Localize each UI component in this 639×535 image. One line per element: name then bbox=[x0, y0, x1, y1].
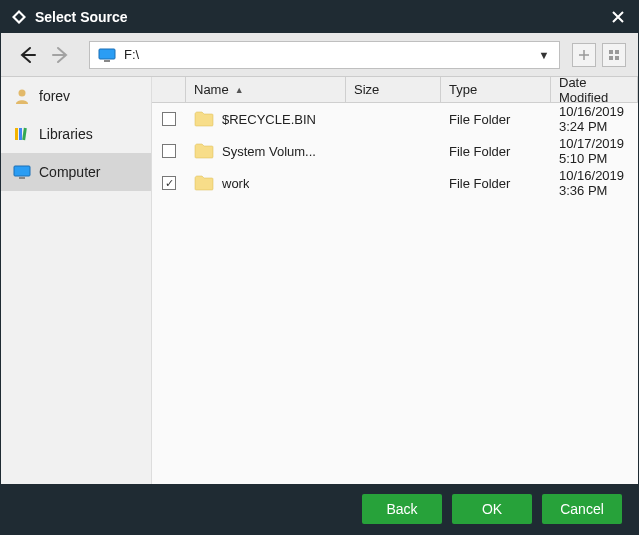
row-type: File Folder bbox=[449, 176, 510, 191]
table-rows: $RECYCLE.BINFile Folder10/16/2019 3:24 P… bbox=[152, 103, 638, 484]
sidebar: forev Libraries Computer bbox=[1, 77, 151, 484]
view-mode-icon[interactable] bbox=[602, 43, 626, 67]
col-date-label: Date Modified bbox=[559, 77, 629, 105]
row-checkbox[interactable] bbox=[162, 112, 176, 126]
svg-rect-10 bbox=[14, 166, 30, 176]
table-row[interactable]: ✓workFile Folder10/16/2019 3:36 PM bbox=[152, 167, 638, 199]
nav-back-icon[interactable] bbox=[13, 41, 41, 69]
svg-point-6 bbox=[19, 90, 26, 97]
sidebar-item-user[interactable]: forev bbox=[1, 77, 151, 115]
svg-rect-7 bbox=[15, 128, 18, 140]
col-name-label: Name bbox=[194, 82, 229, 97]
svg-rect-3 bbox=[615, 50, 619, 54]
sidebar-item-libraries[interactable]: Libraries bbox=[1, 115, 151, 153]
col-type[interactable]: Type bbox=[441, 77, 551, 102]
row-date: 10/17/2019 5:10 PM bbox=[559, 136, 630, 166]
svg-rect-4 bbox=[609, 56, 613, 60]
svg-rect-0 bbox=[99, 49, 115, 59]
sidebar-item-computer[interactable]: Computer bbox=[1, 153, 151, 191]
svg-rect-1 bbox=[104, 60, 110, 62]
svg-rect-5 bbox=[615, 56, 619, 60]
table-row[interactable]: System Volum...File Folder10/17/2019 5:1… bbox=[152, 135, 638, 167]
library-icon bbox=[13, 125, 31, 143]
nav-extra bbox=[572, 43, 626, 67]
select-source-window: Select Source F:\ ▼ bbox=[0, 0, 639, 535]
col-size[interactable]: Size bbox=[346, 77, 441, 102]
row-checkbox[interactable]: ✓ bbox=[162, 176, 176, 190]
title-bar: Select Source bbox=[1, 1, 638, 33]
table-row[interactable]: $RECYCLE.BINFile Folder10/16/2019 3:24 P… bbox=[152, 103, 638, 135]
table-header: Name ▲ Size Type Date Modified bbox=[152, 77, 638, 103]
close-icon[interactable] bbox=[608, 7, 628, 27]
footer: Back OK Cancel bbox=[1, 484, 638, 534]
row-checkbox[interactable] bbox=[162, 144, 176, 158]
col-name[interactable]: Name ▲ bbox=[186, 77, 346, 102]
row-date: 10/16/2019 3:24 PM bbox=[559, 104, 630, 134]
sort-asc-icon: ▲ bbox=[235, 85, 244, 95]
cancel-button[interactable]: Cancel bbox=[542, 494, 622, 524]
row-name: work bbox=[222, 176, 249, 191]
path-text: F:\ bbox=[124, 47, 537, 62]
row-type: File Folder bbox=[449, 112, 510, 127]
file-list-panel: Name ▲ Size Type Date Modified $RECYCLE.… bbox=[151, 77, 638, 484]
row-date: 10/16/2019 3:36 PM bbox=[559, 168, 630, 198]
svg-rect-2 bbox=[609, 50, 613, 54]
sidebar-item-label: Libraries bbox=[39, 126, 93, 142]
nav-bar: F:\ ▼ bbox=[1, 33, 638, 77]
row-name: System Volum... bbox=[222, 144, 316, 159]
col-date[interactable]: Date Modified bbox=[551, 77, 638, 102]
window-title: Select Source bbox=[35, 9, 608, 25]
back-button[interactable]: Back bbox=[362, 494, 442, 524]
body: forev Libraries Computer Name ▲ bbox=[1, 77, 638, 484]
row-type: File Folder bbox=[449, 144, 510, 159]
new-folder-icon[interactable] bbox=[572, 43, 596, 67]
svg-rect-9 bbox=[22, 128, 27, 140]
ok-button[interactable]: OK bbox=[452, 494, 532, 524]
user-icon bbox=[13, 87, 31, 105]
monitor-icon bbox=[13, 163, 31, 181]
monitor-icon bbox=[98, 48, 116, 62]
sidebar-item-label: forev bbox=[39, 88, 70, 104]
svg-rect-11 bbox=[19, 177, 25, 179]
row-name: $RECYCLE.BIN bbox=[222, 112, 316, 127]
sidebar-item-label: Computer bbox=[39, 164, 100, 180]
col-check bbox=[152, 77, 186, 102]
chevron-down-icon[interactable]: ▼ bbox=[537, 49, 551, 61]
path-box[interactable]: F:\ ▼ bbox=[89, 41, 560, 69]
col-type-label: Type bbox=[449, 82, 477, 97]
col-size-label: Size bbox=[354, 82, 379, 97]
app-icon bbox=[11, 9, 27, 25]
svg-rect-8 bbox=[19, 128, 22, 140]
nav-forward-icon bbox=[47, 41, 75, 69]
